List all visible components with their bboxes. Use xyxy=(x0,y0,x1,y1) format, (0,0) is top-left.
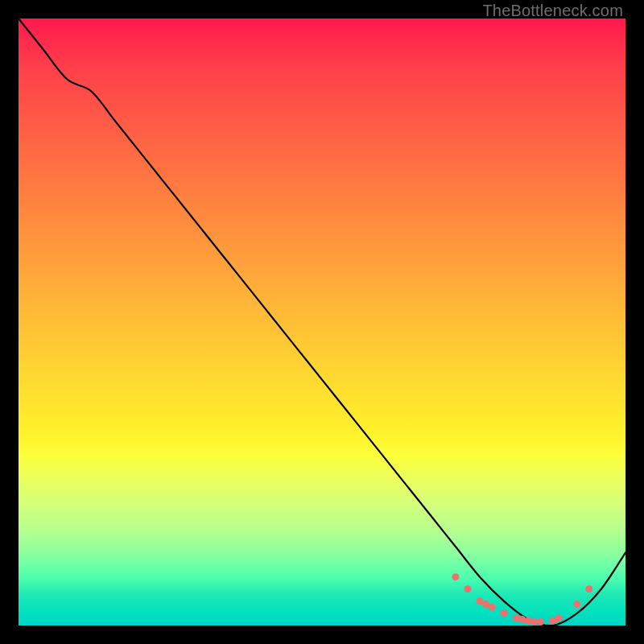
marker-dot xyxy=(489,604,496,611)
marker-dot xyxy=(525,617,532,624)
marker-dot xyxy=(464,585,471,592)
bottleneck-curve-path xyxy=(19,19,625,625)
plot-area xyxy=(19,19,625,625)
marker-dot xyxy=(452,573,459,580)
chart-stage: TheBottleneck.com xyxy=(0,0,644,644)
marker-dot xyxy=(555,614,563,621)
marker-dot xyxy=(537,618,544,625)
marker-dot xyxy=(585,585,592,592)
marker-dot xyxy=(501,609,508,617)
credit-watermark: TheBottleneck.com xyxy=(482,2,623,20)
marker-dot xyxy=(573,601,580,608)
curve-layer xyxy=(19,19,625,625)
marker-dot xyxy=(518,616,526,623)
marker-dot xyxy=(513,614,520,621)
